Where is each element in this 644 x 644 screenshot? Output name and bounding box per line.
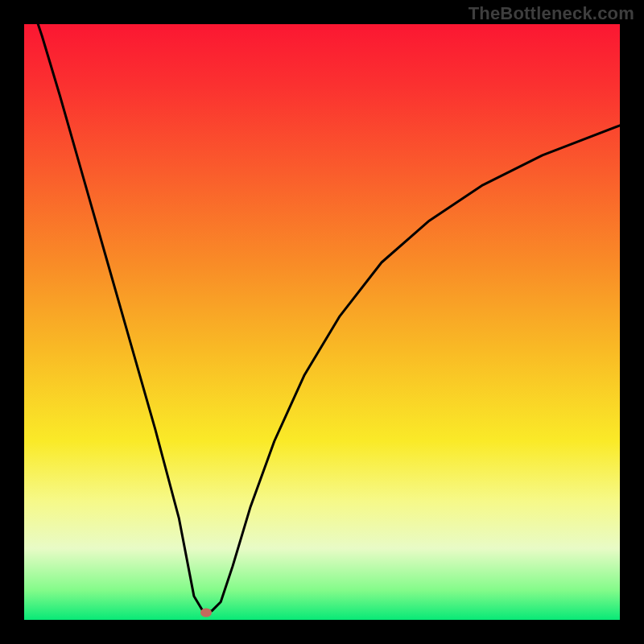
- watermark-text: TheBottleneck.com: [469, 3, 634, 24]
- chart-frame: TheBottleneck.com: [0, 0, 644, 644]
- plot-area: [24, 24, 620, 620]
- bottleneck-curve: [24, 24, 620, 611]
- min-point-marker: [200, 609, 212, 617]
- curve-svg: [24, 24, 620, 620]
